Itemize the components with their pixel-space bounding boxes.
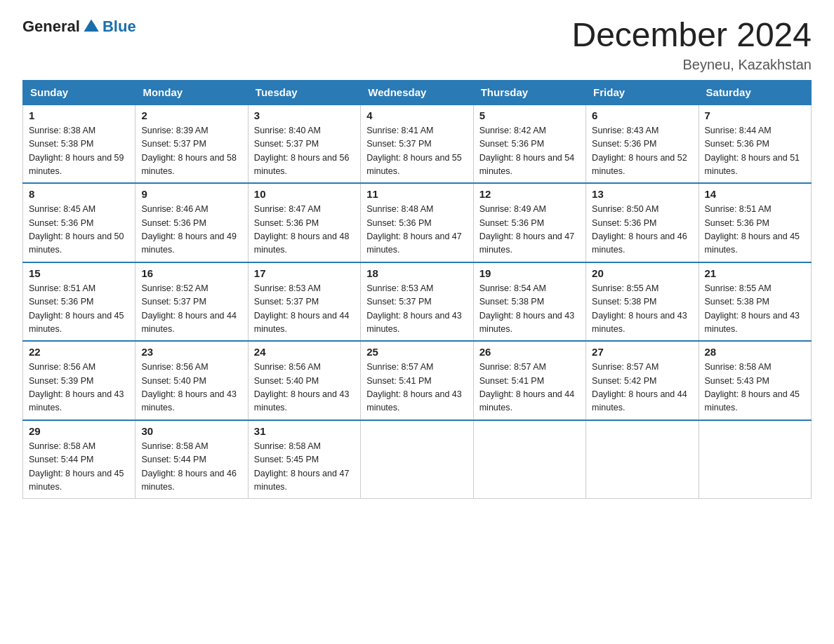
day-info: Sunrise: 8:42 AMSunset: 5:36 PMDaylight:…: [479, 126, 575, 176]
title-area: December 2024 Beyneu, Kazakhstan: [571, 17, 812, 73]
day-info: Sunrise: 8:38 AMSunset: 5:38 PMDaylight:…: [29, 126, 124, 176]
day-info: Sunrise: 8:56 AMSunset: 5:40 PMDaylight:…: [141, 362, 237, 412]
day-info: Sunrise: 8:51 AMSunset: 5:36 PMDaylight:…: [29, 283, 124, 334]
day-number: 6: [592, 109, 692, 121]
day-number: 26: [479, 346, 580, 358]
calendar-cell: 10Sunrise: 8:47 AMSunset: 5:36 PMDayligh…: [248, 183, 360, 262]
day-number: 2: [141, 109, 241, 121]
calendar-header-row: SundayMondayTuesdayWednesdayThursdayFrid…: [23, 80, 812, 105]
day-number: 4: [366, 109, 467, 121]
day-number: 24: [254, 346, 355, 358]
calendar-cell: [361, 420, 473, 499]
day-info: Sunrise: 8:47 AMSunset: 5:36 PMDaylight:…: [254, 204, 350, 255]
day-number: 27: [592, 346, 692, 358]
calendar-cell: 1Sunrise: 8:38 AMSunset: 5:38 PMDaylight…: [23, 105, 135, 184]
day-info: Sunrise: 8:56 AMSunset: 5:39 PMDaylight:…: [29, 362, 124, 412]
day-number: 18: [366, 267, 467, 279]
calendar-cell: 6Sunrise: 8:43 AMSunset: 5:36 PMDaylight…: [586, 105, 699, 184]
day-number: 30: [141, 425, 241, 437]
calendar-cell: 14Sunrise: 8:51 AMSunset: 5:36 PMDayligh…: [699, 183, 811, 262]
calendar-cell: 8Sunrise: 8:45 AMSunset: 5:36 PMDaylight…: [23, 183, 135, 262]
calendar-table: SundayMondayTuesdayWednesdayThursdayFrid…: [22, 80, 812, 499]
day-number: 21: [705, 267, 805, 279]
logo: General Blue: [22, 17, 136, 36]
logo-blue-text: Blue: [102, 18, 136, 36]
col-header-wednesday: Wednesday: [361, 80, 473, 105]
day-info: Sunrise: 8:57 AMSunset: 5:42 PMDaylight:…: [592, 362, 687, 412]
col-header-friday: Friday: [586, 80, 699, 105]
calendar-cell: 17Sunrise: 8:53 AMSunset: 5:37 PMDayligh…: [248, 262, 360, 342]
col-header-sunday: Sunday: [23, 80, 135, 105]
calendar-cell: 31Sunrise: 8:58 AMSunset: 5:45 PMDayligh…: [248, 420, 360, 499]
calendar-cell: 28Sunrise: 8:58 AMSunset: 5:43 PMDayligh…: [699, 341, 811, 420]
day-info: Sunrise: 8:58 AMSunset: 5:44 PMDaylight:…: [29, 441, 124, 492]
day-info: Sunrise: 8:53 AMSunset: 5:37 PMDaylight:…: [254, 283, 350, 334]
day-info: Sunrise: 8:57 AMSunset: 5:41 PMDaylight:…: [366, 362, 462, 412]
calendar-cell: 23Sunrise: 8:56 AMSunset: 5:40 PMDayligh…: [135, 341, 248, 420]
calendar-cell: 29Sunrise: 8:58 AMSunset: 5:44 PMDayligh…: [23, 420, 135, 499]
day-number: 7: [705, 109, 805, 121]
day-number: 16: [141, 267, 241, 279]
day-number: 31: [254, 425, 355, 437]
calendar-cell: 24Sunrise: 8:56 AMSunset: 5:40 PMDayligh…: [248, 341, 360, 420]
day-info: Sunrise: 8:56 AMSunset: 5:40 PMDaylight:…: [254, 362, 350, 412]
day-number: 10: [254, 188, 355, 200]
day-number: 19: [479, 267, 580, 279]
month-title: December 2024: [571, 17, 812, 54]
day-number: 12: [479, 188, 580, 200]
calendar-cell: 15Sunrise: 8:51 AMSunset: 5:36 PMDayligh…: [23, 262, 135, 342]
calendar-cell: 27Sunrise: 8:57 AMSunset: 5:42 PMDayligh…: [586, 341, 699, 420]
day-info: Sunrise: 8:58 AMSunset: 5:43 PMDaylight:…: [705, 362, 800, 412]
day-number: 9: [141, 188, 241, 200]
calendar-cell: 30Sunrise: 8:58 AMSunset: 5:44 PMDayligh…: [135, 420, 248, 499]
day-number: 29: [29, 425, 129, 437]
day-info: Sunrise: 8:43 AMSunset: 5:36 PMDaylight:…: [592, 126, 687, 176]
col-header-thursday: Thursday: [473, 80, 585, 105]
day-info: Sunrise: 8:53 AMSunset: 5:37 PMDaylight:…: [366, 283, 462, 334]
day-number: 14: [705, 188, 805, 200]
calendar-cell: [473, 420, 585, 499]
day-number: 5: [479, 109, 580, 121]
calendar-cell: 16Sunrise: 8:52 AMSunset: 5:37 PMDayligh…: [135, 262, 248, 342]
day-info: Sunrise: 8:46 AMSunset: 5:36 PMDaylight:…: [141, 204, 237, 255]
calendar-cell: 22Sunrise: 8:56 AMSunset: 5:39 PMDayligh…: [23, 341, 135, 420]
day-number: 17: [254, 267, 355, 279]
day-info: Sunrise: 8:48 AMSunset: 5:36 PMDaylight:…: [366, 204, 462, 255]
day-info: Sunrise: 8:57 AMSunset: 5:41 PMDaylight:…: [479, 362, 575, 412]
calendar-cell: 7Sunrise: 8:44 AMSunset: 5:36 PMDaylight…: [699, 105, 811, 184]
calendar-week-row: 29Sunrise: 8:58 AMSunset: 5:44 PMDayligh…: [23, 420, 812, 499]
day-info: Sunrise: 8:58 AMSunset: 5:44 PMDaylight:…: [141, 441, 237, 492]
calendar-cell: 19Sunrise: 8:54 AMSunset: 5:38 PMDayligh…: [473, 262, 585, 342]
calendar-week-row: 22Sunrise: 8:56 AMSunset: 5:39 PMDayligh…: [23, 341, 812, 420]
calendar-cell: [586, 420, 699, 499]
col-header-saturday: Saturday: [699, 80, 811, 105]
calendar-week-row: 1Sunrise: 8:38 AMSunset: 5:38 PMDaylight…: [23, 105, 812, 184]
day-info: Sunrise: 8:40 AMSunset: 5:37 PMDaylight:…: [254, 126, 350, 176]
calendar-week-row: 15Sunrise: 8:51 AMSunset: 5:36 PMDayligh…: [23, 262, 812, 342]
calendar-cell: 5Sunrise: 8:42 AMSunset: 5:36 PMDaylight…: [473, 105, 585, 184]
day-info: Sunrise: 8:44 AMSunset: 5:36 PMDaylight:…: [705, 126, 800, 176]
day-number: 3: [254, 109, 355, 121]
calendar-cell: 9Sunrise: 8:46 AMSunset: 5:36 PMDaylight…: [135, 183, 248, 262]
calendar-cell: 21Sunrise: 8:55 AMSunset: 5:38 PMDayligh…: [699, 262, 811, 342]
day-number: 25: [366, 346, 467, 358]
page-header: General Blue December 2024 Beyneu, Kazak…: [22, 17, 812, 73]
logo-general-text: General: [22, 18, 80, 36]
logo-icon: [81, 17, 101, 36]
col-header-tuesday: Tuesday: [248, 80, 360, 105]
calendar-cell: 11Sunrise: 8:48 AMSunset: 5:36 PMDayligh…: [361, 183, 473, 262]
day-number: 11: [366, 188, 467, 200]
day-number: 28: [705, 346, 805, 358]
col-header-monday: Monday: [135, 80, 248, 105]
location-text: Beyneu, Kazakhstan: [571, 57, 812, 73]
day-info: Sunrise: 8:52 AMSunset: 5:37 PMDaylight:…: [141, 283, 237, 334]
day-info: Sunrise: 8:45 AMSunset: 5:36 PMDaylight:…: [29, 204, 124, 255]
day-info: Sunrise: 8:39 AMSunset: 5:37 PMDaylight:…: [141, 126, 237, 176]
calendar-cell: 3Sunrise: 8:40 AMSunset: 5:37 PMDaylight…: [248, 105, 360, 184]
day-info: Sunrise: 8:51 AMSunset: 5:36 PMDaylight:…: [705, 204, 800, 255]
day-info: Sunrise: 8:50 AMSunset: 5:36 PMDaylight:…: [592, 204, 687, 255]
calendar-cell: 12Sunrise: 8:49 AMSunset: 5:36 PMDayligh…: [473, 183, 585, 262]
day-number: 20: [592, 267, 692, 279]
day-number: 22: [29, 346, 129, 358]
calendar-cell: 13Sunrise: 8:50 AMSunset: 5:36 PMDayligh…: [586, 183, 699, 262]
